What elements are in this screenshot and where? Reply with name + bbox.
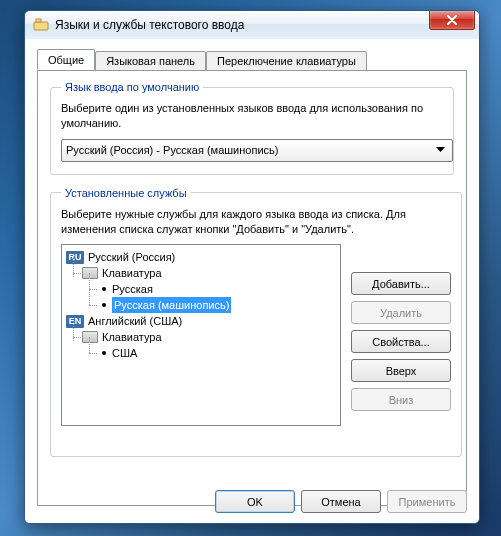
cancel-button[interactable]: Отмена (301, 490, 381, 513)
ok-button[interactable]: OK (215, 490, 295, 513)
svg-rect-1 (36, 19, 41, 22)
tree-layout-ru1[interactable]: Русская (102, 281, 336, 297)
ru-badge-icon: RU (66, 251, 84, 264)
tree-lang-en[interactable]: EN Английский (США) (66, 313, 336, 329)
tree-layout-ru2-label: Русская (машинопись) (112, 297, 231, 313)
tree-layout-ru1-label: Русская (112, 281, 153, 297)
titlebar[interactable]: Языки и службы текстового ввода (25, 11, 479, 40)
services-tree[interactable]: RU Русский (Россия) Клавиатура (61, 244, 341, 426)
en-badge-icon: EN (66, 315, 84, 328)
move-down-button[interactable]: Вниз (351, 388, 451, 411)
tab-panel-general: Язык ввода по умолчанию Выберите один из… (37, 70, 467, 506)
bullet-icon (102, 287, 106, 291)
bullet-icon (102, 303, 106, 307)
default-language-desc: Выберите один из установленных языков вв… (61, 101, 443, 131)
dialog-window: Языки и службы текстового ввода ОбщиеЯзы… (24, 10, 480, 524)
default-language-legend: Язык ввода по умолчанию (61, 81, 203, 93)
tab-strip: ОбщиеЯзыковая панельПереключение клавиат… (37, 49, 467, 70)
close-button[interactable] (429, 11, 475, 30)
installed-services-desc: Выберите нужные службы для каждого языка… (61, 207, 451, 237)
dialog-content: ОбщиеЯзыковая панельПереключение клавиат… (25, 39, 479, 523)
tab-language-panel[interactable]: Языковая панель (95, 51, 206, 71)
tree-keyboard-ru-label: Клавиатура (102, 265, 162, 281)
window-title: Языки и службы текстового ввода (55, 18, 244, 32)
tree-side-buttons: Добавить... Удалить Свойства... Вверх Вн… (351, 272, 451, 426)
tree-layout-ru2[interactable]: Русская (машинопись) (102, 297, 336, 313)
svg-rect-0 (34, 22, 48, 30)
keyboard-icon (82, 331, 98, 343)
app-icon (33, 17, 49, 33)
apply-button[interactable]: Применить (387, 490, 467, 513)
installed-services-legend: Установленные службы (61, 187, 191, 199)
tree-lang-ru[interactable]: RU Русский (Россия) (66, 249, 336, 265)
default-language-group: Язык ввода по умолчанию Выберите один из… (50, 81, 454, 175)
tab-keyboard-switch[interactable]: Переключение клавиатуры (206, 51, 367, 71)
default-language-combo[interactable]: Русский (Россия) - Русская (машинопись) (61, 139, 453, 162)
tree-layout-en1[interactable]: США (102, 345, 336, 361)
tree-keyboard-en-label: Клавиатура (102, 329, 162, 345)
tree-layout-en1-label: США (112, 345, 137, 361)
move-up-button[interactable]: Вверх (351, 359, 451, 382)
tree-lang-ru-label: Русский (Россия) (88, 249, 175, 265)
remove-button[interactable]: Удалить (351, 301, 451, 324)
bullet-icon (102, 351, 106, 355)
tree-keyboard-ru[interactable]: Клавиатура (82, 265, 336, 281)
chevron-down-icon (433, 143, 448, 158)
installed-services-group: Установленные службы Выберите нужные слу… (50, 187, 462, 457)
tree-keyboard-en[interactable]: Клавиатура (82, 329, 336, 345)
tab-general[interactable]: Общие (37, 49, 95, 70)
dialog-button-row: OK Отмена Применить (215, 490, 467, 513)
tree-lang-en-label: Английский (США) (88, 313, 182, 329)
keyboard-icon (82, 267, 98, 279)
combo-selected-text: Русский (Россия) - Русская (машинопись) (66, 144, 433, 156)
add-button[interactable]: Добавить... (351, 272, 451, 295)
properties-button[interactable]: Свойства... (351, 330, 451, 353)
